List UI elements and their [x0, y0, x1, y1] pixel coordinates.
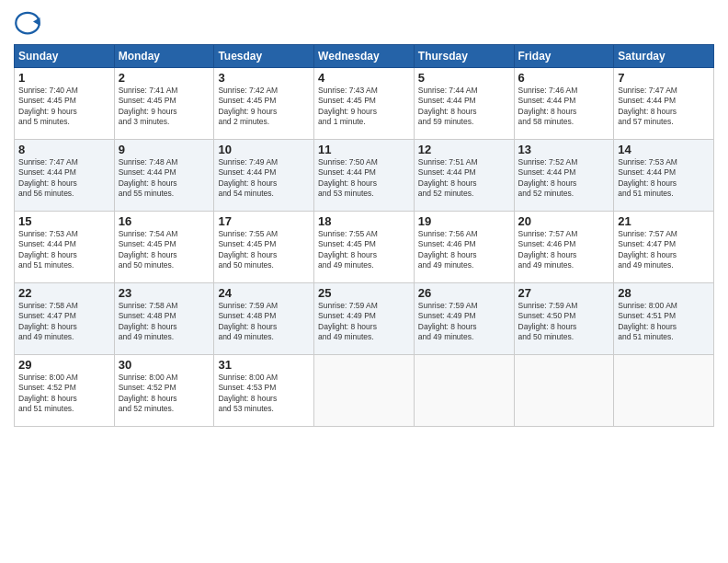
calendar-cell: 17 Sunrise: 7:55 AMSunset: 4:45 PMDaylig… [214, 212, 314, 283]
day-info: Sunrise: 7:50 AMSunset: 4:44 PMDaylight:… [318, 157, 378, 198]
calendar-header-row: SundayMondayTuesdayWednesdayThursdayFrid… [15, 45, 714, 68]
svg-marker-0 [33, 17, 40, 26]
day-number: 5 [418, 71, 510, 85]
calendar-cell: 22 Sunrise: 7:58 AMSunset: 4:47 PMDaylig… [15, 283, 115, 355]
day-info: Sunrise: 7:47 AMSunset: 4:44 PMDaylight:… [18, 157, 78, 198]
logo [14, 9, 45, 37]
calendar-cell: 21 Sunrise: 7:57 AMSunset: 4:47 PMDaylig… [614, 212, 714, 283]
calendar-week-row: 22 Sunrise: 7:58 AMSunset: 4:47 PMDaylig… [15, 283, 714, 355]
calendar-cell: 1 Sunrise: 7:40 AMSunset: 4:45 PMDayligh… [15, 68, 115, 140]
calendar-cell: 12 Sunrise: 7:51 AMSunset: 4:44 PMDaylig… [414, 140, 514, 212]
calendar-cell: 18 Sunrise: 7:55 AMSunset: 4:45 PMDaylig… [314, 212, 415, 283]
day-number: 22 [18, 286, 110, 300]
day-info: Sunrise: 7:42 AMSunset: 4:45 PMDaylight:… [218, 86, 278, 126]
day-number: 10 [218, 143, 310, 156]
day-info: Sunrise: 7:55 AMSunset: 4:45 PMDaylight:… [218, 229, 278, 270]
day-info: Sunrise: 7:59 AMSunset: 4:50 PMDaylight:… [518, 301, 578, 341]
day-info: Sunrise: 7:53 AMSunset: 4:44 PMDaylight:… [618, 157, 677, 198]
day-info: Sunrise: 7:58 AMSunset: 4:47 PMDaylight:… [18, 301, 78, 341]
day-number: 13 [518, 143, 610, 156]
calendar-week-row: 15 Sunrise: 7:53 AMSunset: 4:44 PMDaylig… [15, 212, 714, 283]
day-info: Sunrise: 7:48 AMSunset: 4:44 PMDaylight:… [119, 157, 178, 198]
calendar-cell: 2 Sunrise: 7:41 AMSunset: 4:45 PMDayligh… [114, 68, 214, 140]
day-info: Sunrise: 8:00 AMSunset: 4:51 PMDaylight:… [618, 301, 677, 341]
weekday-header-wednesday: Wednesday [314, 45, 415, 68]
calendar-cell: 27 Sunrise: 7:59 AMSunset: 4:50 PMDaylig… [514, 283, 614, 355]
calendar-cell: 10 Sunrise: 7:49 AMSunset: 4:44 PMDaylig… [214, 140, 314, 212]
calendar-body: 1 Sunrise: 7:40 AMSunset: 4:45 PMDayligh… [15, 68, 714, 427]
day-number: 25 [318, 286, 410, 300]
calendar-cell: 6 Sunrise: 7:46 AMSunset: 4:44 PMDayligh… [514, 68, 614, 140]
calendar-cell [514, 355, 614, 427]
day-info: Sunrise: 7:49 AMSunset: 4:44 PMDaylight:… [218, 157, 278, 198]
day-info: Sunrise: 7:51 AMSunset: 4:44 PMDaylight:… [418, 157, 478, 198]
calendar-cell [414, 355, 514, 427]
calendar-cell: 7 Sunrise: 7:47 AMSunset: 4:44 PMDayligh… [614, 68, 714, 140]
calendar-cell: 8 Sunrise: 7:47 AMSunset: 4:44 PMDayligh… [15, 140, 115, 212]
weekday-header-friday: Friday [514, 45, 614, 68]
weekday-header-thursday: Thursday [414, 45, 514, 68]
day-info: Sunrise: 7:54 AMSunset: 4:45 PMDaylight:… [119, 229, 178, 270]
calendar-cell: 13 Sunrise: 7:52 AMSunset: 4:44 PMDaylig… [514, 140, 614, 212]
calendar-week-row: 8 Sunrise: 7:47 AMSunset: 4:44 PMDayligh… [15, 140, 714, 212]
calendar-cell: 4 Sunrise: 7:43 AMSunset: 4:45 PMDayligh… [314, 68, 415, 140]
calendar-table: SundayMondayTuesdayWednesdayThursdayFrid… [14, 44, 714, 427]
day-number: 15 [18, 214, 110, 228]
day-info: Sunrise: 7:59 AMSunset: 4:49 PMDaylight:… [418, 301, 478, 341]
day-info: Sunrise: 7:52 AMSunset: 4:44 PMDaylight:… [518, 157, 578, 198]
calendar-cell: 30 Sunrise: 8:00 AMSunset: 4:52 PMDaylig… [114, 355, 214, 427]
day-number: 23 [119, 286, 210, 300]
weekday-header-monday: Monday [114, 45, 214, 68]
page-container: SundayMondayTuesdayWednesdayThursdayFrid… [0, 0, 728, 436]
day-info: Sunrise: 7:40 AMSunset: 4:45 PMDaylight:… [18, 86, 78, 126]
day-info: Sunrise: 7:43 AMSunset: 4:45 PMDaylight:… [318, 86, 378, 126]
calendar-cell: 14 Sunrise: 7:53 AMSunset: 4:44 PMDaylig… [614, 140, 714, 212]
calendar-cell: 26 Sunrise: 7:59 AMSunset: 4:49 PMDaylig… [414, 283, 514, 355]
day-info: Sunrise: 7:59 AMSunset: 4:48 PMDaylight:… [218, 301, 278, 341]
day-info: Sunrise: 8:00 AMSunset: 4:52 PMDaylight:… [119, 373, 178, 413]
day-info: Sunrise: 7:53 AMSunset: 4:44 PMDaylight:… [18, 229, 78, 270]
day-number: 18 [318, 214, 410, 228]
day-number: 17 [218, 214, 310, 228]
day-info: Sunrise: 7:57 AMSunset: 4:46 PMDaylight:… [518, 229, 578, 270]
calendar-cell: 24 Sunrise: 7:59 AMSunset: 4:48 PMDaylig… [214, 283, 314, 355]
day-info: Sunrise: 7:46 AMSunset: 4:44 PMDaylight:… [518, 86, 578, 126]
weekday-header-sunday: Sunday [15, 45, 115, 68]
calendar-cell: 11 Sunrise: 7:50 AMSunset: 4:44 PMDaylig… [314, 140, 415, 212]
calendar-cell [314, 355, 415, 427]
calendar-week-row: 29 Sunrise: 8:00 AMSunset: 4:52 PMDaylig… [15, 355, 714, 427]
calendar-cell: 15 Sunrise: 7:53 AMSunset: 4:44 PMDaylig… [15, 212, 115, 283]
calendar-cell: 9 Sunrise: 7:48 AMSunset: 4:44 PMDayligh… [114, 140, 214, 212]
page-header [14, 9, 714, 37]
day-number: 29 [18, 358, 110, 372]
day-number: 8 [18, 143, 110, 156]
day-number: 21 [618, 214, 710, 228]
weekday-header-saturday: Saturday [614, 45, 714, 68]
day-number: 14 [618, 143, 710, 156]
day-number: 4 [318, 71, 410, 85]
calendar-cell: 16 Sunrise: 7:54 AMSunset: 4:45 PMDaylig… [114, 212, 214, 283]
day-number: 11 [318, 143, 410, 156]
day-info: Sunrise: 8:00 AMSunset: 4:53 PMDaylight:… [218, 373, 278, 413]
calendar-cell: 25 Sunrise: 7:59 AMSunset: 4:49 PMDaylig… [314, 283, 415, 355]
day-info: Sunrise: 7:58 AMSunset: 4:48 PMDaylight:… [119, 301, 178, 341]
day-number: 24 [218, 286, 310, 300]
day-info: Sunrise: 7:56 AMSunset: 4:46 PMDaylight:… [418, 229, 478, 270]
day-number: 1 [18, 71, 110, 85]
calendar-cell: 20 Sunrise: 7:57 AMSunset: 4:46 PMDaylig… [514, 212, 614, 283]
calendar-cell [614, 355, 714, 427]
calendar-cell: 3 Sunrise: 7:42 AMSunset: 4:45 PMDayligh… [214, 68, 314, 140]
calendar-cell: 19 Sunrise: 7:56 AMSunset: 4:46 PMDaylig… [414, 212, 514, 283]
calendar-cell: 28 Sunrise: 8:00 AMSunset: 4:51 PMDaylig… [614, 283, 714, 355]
day-number: 2 [119, 71, 210, 85]
day-number: 26 [418, 286, 510, 300]
calendar-cell: 5 Sunrise: 7:44 AMSunset: 4:44 PMDayligh… [414, 68, 514, 140]
day-info: Sunrise: 7:47 AMSunset: 4:44 PMDaylight:… [618, 86, 677, 126]
calendar-cell: 29 Sunrise: 8:00 AMSunset: 4:52 PMDaylig… [15, 355, 115, 427]
day-info: Sunrise: 8:00 AMSunset: 4:52 PMDaylight:… [18, 373, 78, 413]
day-info: Sunrise: 7:41 AMSunset: 4:45 PMDaylight:… [119, 86, 178, 126]
calendar-week-row: 1 Sunrise: 7:40 AMSunset: 4:45 PMDayligh… [15, 68, 714, 140]
day-number: 28 [618, 286, 710, 300]
day-number: 27 [518, 286, 610, 300]
day-info: Sunrise: 7:57 AMSunset: 4:47 PMDaylight:… [618, 229, 677, 270]
